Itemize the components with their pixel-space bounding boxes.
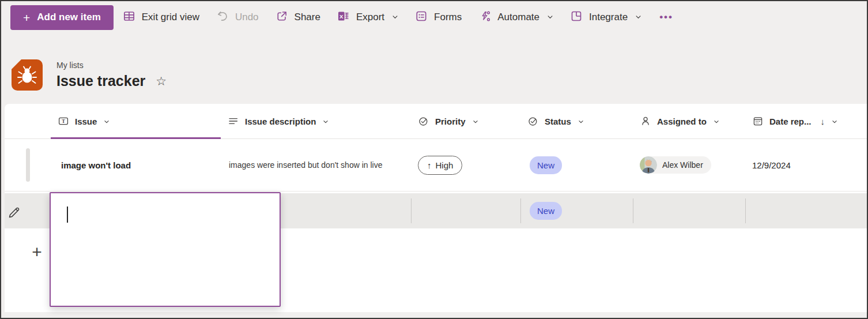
text-cursor [67, 207, 68, 223]
add-new-item-label: Add new item [37, 12, 101, 23]
chevron-down-icon [104, 117, 110, 126]
export-label: Export [356, 12, 384, 23]
forms-button[interactable]: Forms [407, 5, 469, 29]
column-header-date-reported[interactable]: Date rep... ↓ [745, 104, 867, 138]
chevron-down-icon [714, 117, 719, 126]
column-label: Date rep... [769, 117, 812, 126]
column-header-priority[interactable]: Priority [411, 104, 520, 138]
integrate-label: Integrate [589, 12, 628, 23]
page-title: Issue tracker [56, 73, 145, 89]
cell-issue[interactable]: image won't load [51, 139, 221, 191]
chevron-down-icon [578, 117, 584, 126]
breadcrumb[interactable]: My lists [56, 61, 167, 70]
undo-label: Undo [235, 12, 259, 23]
issue-description-text: images were inserted but don't show in l… [229, 159, 382, 171]
choice-icon [527, 115, 539, 127]
priority-value: High [436, 160, 454, 170]
column-label: Issue [75, 117, 97, 126]
new-cell-priority[interactable] [411, 193, 520, 228]
favorite-star-icon[interactable]: ☆ [156, 75, 167, 87]
exit-grid-view-button[interactable]: Exit grid view [115, 5, 207, 29]
app-window: + Add new item Exit grid view Undo Share… [0, 0, 868, 319]
priority-pill: ↑ High [418, 156, 462, 175]
excel-icon: X [337, 10, 350, 25]
column-header-status[interactable]: Status [520, 104, 633, 138]
horizontal-scrollbar[interactable] [5, 312, 867, 318]
status-badge: New [530, 156, 562, 174]
cell-priority[interactable]: ↑ High [411, 139, 520, 191]
row-select-handle[interactable] [5, 139, 51, 191]
integrate-icon [570, 10, 583, 25]
chevron-down-icon [473, 117, 478, 126]
integrate-button[interactable]: Integrate [563, 5, 649, 29]
row-drag-indicator [26, 148, 30, 182]
share-button[interactable]: Share [268, 5, 328, 29]
exit-grid-view-label: Exit grid view [142, 12, 199, 23]
person-chip: Alex Wilber [640, 156, 711, 174]
chevron-down-icon [392, 12, 398, 23]
column-label: Priority [435, 117, 466, 126]
chevron-down-icon [323, 117, 329, 126]
person-icon [640, 115, 651, 127]
active-column-indicator [51, 137, 221, 139]
column-header-assigned-to[interactable]: Assigned to [633, 104, 745, 138]
export-button[interactable]: X Export [330, 5, 406, 29]
plus-icon: + [32, 242, 42, 261]
list-logo [10, 58, 44, 92]
new-cell-assigned-to[interactable] [633, 193, 745, 228]
add-new-item-button[interactable]: + Add new item [10, 5, 114, 30]
forms-icon [415, 10, 428, 25]
status-badge: New [530, 202, 562, 220]
cell-status[interactable]: New [520, 139, 633, 191]
column-header-row: T Issue Issue description [5, 104, 867, 139]
svg-text:X: X [339, 13, 344, 19]
column-label: Assigned to [657, 117, 707, 126]
column-label: Status [545, 117, 571, 126]
column-header-issue[interactable]: T Issue [51, 104, 221, 138]
assigned-to-name: Alex Wilber [662, 160, 703, 170]
cell-editor-textbox[interactable] [50, 192, 281, 307]
cell-assigned-to[interactable]: Alex Wilber [633, 139, 745, 191]
more-commands-button[interactable]: ••• [652, 5, 680, 29]
single-line-text-icon: T [58, 115, 69, 127]
new-cell-date-reported[interactable] [745, 193, 867, 228]
add-row-button[interactable]: + [27, 241, 47, 264]
cell-date-reported[interactable]: 12/9/2024 [745, 139, 867, 191]
arrow-up-icon: ↑ [427, 160, 432, 170]
column-label: Issue description [245, 117, 316, 126]
issue-title: image won't load [61, 160, 131, 170]
cell-issue-description[interactable]: images were inserted but don't show in l… [221, 139, 411, 191]
undo-button[interactable]: Undo [209, 5, 266, 29]
choice-icon [418, 115, 429, 127]
edit-pencil-icon [7, 207, 20, 219]
chevron-down-icon [832, 117, 837, 126]
svg-text:T: T [62, 118, 65, 124]
header-gutter [5, 104, 51, 138]
chevron-down-icon [635, 12, 641, 23]
chevron-down-icon [547, 12, 553, 23]
table-row[interactable]: image won't load images were inserted bu… [5, 139, 867, 192]
new-cell-status[interactable]: New [520, 193, 633, 228]
multiline-text-icon [228, 115, 239, 127]
sort-descending-icon: ↓ [821, 117, 825, 126]
automate-button[interactable]: Automate [471, 5, 561, 29]
date-icon [752, 115, 764, 127]
date-value: 12/9/2024 [752, 160, 791, 170]
undo-icon [216, 10, 229, 25]
more-icon: ••• [659, 12, 673, 23]
grid-icon [123, 10, 135, 25]
avatar [640, 156, 657, 174]
automate-label: Automate [497, 12, 539, 23]
list-title-header: My lists Issue tracker ☆ [10, 58, 167, 92]
forms-label: Forms [434, 12, 462, 23]
share-label: Share [295, 12, 320, 23]
plus-icon: + [23, 12, 30, 24]
command-bar: + Add new item Exit grid view Undo Share… [1, 1, 867, 33]
share-icon [276, 10, 288, 25]
column-header-issue-description[interactable]: Issue description [221, 104, 411, 138]
automate-icon [478, 10, 491, 25]
